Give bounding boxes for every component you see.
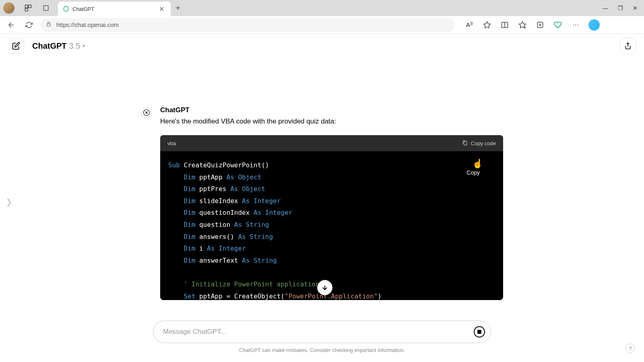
read-aloud-icon[interactable]: A)) [464,20,474,30]
help-button[interactable]: ? [625,343,635,353]
tab-close-button[interactable]: ✕ [157,5,166,13]
copy-label: Copy code [471,140,496,146]
close-window-button[interactable]: ✕ [633,5,638,11]
message-input[interactable] [163,328,468,336]
code-language: vba [167,140,176,146]
svg-rect-16 [464,141,467,145]
back-button[interactable] [5,19,18,31]
assistant-message: ChatGPT Here's the modified VBA code wit… [141,106,503,300]
split-screen-icon[interactable] [500,20,510,30]
svg-point-4 [64,6,68,11]
svg-rect-3 [43,6,48,10]
main-content: ChatGPT Here's the modified VBA code wit… [0,58,644,300]
disclaimer-text: ChatGPT can make mistakes. Consider chec… [153,347,491,353]
model-selector[interactable]: ChatGPT 3.5 ▾ [32,41,85,51]
svg-rect-5 [47,24,50,26]
svg-rect-0 [25,5,28,8]
svg-rect-1 [29,5,31,8]
code-block: vba Copy code ☝ Copy Sub CreateQuizPower… [160,135,503,300]
share-button[interactable] [620,38,636,54]
cursor-hand-icon: ☝ [472,158,483,169]
new-chat-button[interactable] [8,38,24,54]
extensions-icon[interactable] [553,20,563,30]
maximize-button[interactable]: ❐ [618,5,623,11]
input-bar [153,321,491,343]
profile-avatar[interactable] [3,2,14,14]
browser-titlebar: ChatGPT ✕ + — ❐ ✕ [0,0,644,16]
copy-tooltip: Copy [466,169,480,176]
address-bar[interactable]: https://chat.openai.com [40,18,455,32]
model-name: ChatGPT [32,41,67,51]
code-text: Sub CreateQuizPowerPoint() Dim pptApp As… [168,159,495,300]
lock-icon [46,21,52,29]
minimize-button[interactable]: — [603,5,608,11]
copy-code-button[interactable]: Copy code [462,140,496,146]
copilot-icon[interactable] [588,19,600,31]
model-version: 3.5 [69,41,80,51]
workspaces-icon[interactable] [23,2,34,14]
window-controls: — ❐ ✕ [603,5,641,11]
tab-favicon [63,6,69,12]
collections-icon[interactable] [535,20,545,30]
scroll-down-button[interactable] [317,280,332,295]
browser-tab[interactable]: ChatGPT ✕ [58,2,171,16]
url-text: https://chat.openai.com [56,21,119,28]
chevron-down-icon: ▾ [83,43,85,49]
message-text: Here's the modified VBA code with the pr… [160,117,503,125]
app-header: ChatGPT 3.5 ▾ [0,34,644,58]
svg-rect-2 [25,8,28,11]
new-tab-button[interactable]: + [175,4,180,13]
chat-container: ChatGPT Here's the modified VBA code wit… [141,106,503,300]
favorites-list-icon[interactable] [518,20,527,30]
clipboard-icon [462,140,468,146]
sidebar-toggle[interactable]: ❯ [6,197,12,207]
input-bar-wrapper: ChatGPT can make mistakes. Consider chec… [153,321,491,353]
sender-name: ChatGPT [160,106,503,114]
tab-title: ChatGPT [72,6,154,12]
tab-actions-icon[interactable] [40,2,52,14]
svg-marker-6 [484,21,491,28]
stop-generating-button[interactable] [473,325,486,338]
gpt-avatar-icon [141,107,152,118]
favorite-icon[interactable] [482,20,492,30]
address-bar-row: https://chat.openai.com A)) ⋯ [0,16,644,34]
refresh-button[interactable] [23,19,35,31]
code-header: vba Copy code [160,135,503,151]
more-icon[interactable]: ⋯ [571,20,580,30]
code-content[interactable]: ☝ Copy Sub CreateQuizPowerPoint() Dim pp… [160,151,503,300]
